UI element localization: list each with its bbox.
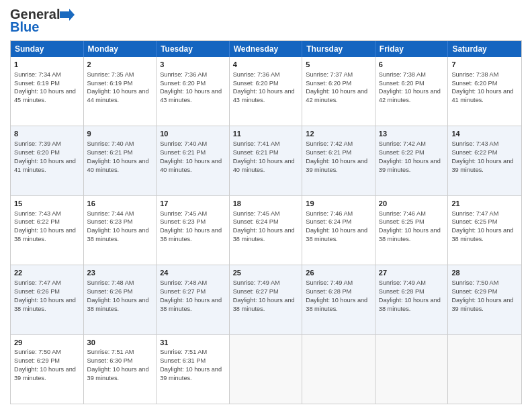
day-number: 8 xyxy=(14,129,80,139)
day-info: Sunrise: 7:48 AMSunset: 6:27 PMDaylight:… xyxy=(160,279,222,312)
day-number: 11 xyxy=(233,129,299,139)
day-number: 1 xyxy=(14,60,80,70)
calendar-day-cell: 12Sunrise: 7:42 AMSunset: 6:21 PMDayligh… xyxy=(302,126,375,195)
day-info: Sunrise: 7:49 AMSunset: 6:28 PMDaylight:… xyxy=(306,279,367,312)
calendar-day-cell: 18Sunrise: 7:45 AMSunset: 6:24 PMDayligh… xyxy=(230,196,303,265)
calendar: SundayMondayTuesdayWednesdayThursdayFrid… xyxy=(10,40,522,404)
day-number: 20 xyxy=(379,199,445,209)
calendar-day-cell: 23Sunrise: 7:48 AMSunset: 6:26 PMDayligh… xyxy=(84,265,157,334)
calendar-day-cell: 4Sunrise: 7:36 AMSunset: 6:20 PMDaylight… xyxy=(230,57,303,126)
day-info: Sunrise: 7:51 AMSunset: 6:30 PMDaylight:… xyxy=(87,349,149,381)
calendar-week-row: 1Sunrise: 7:34 AMSunset: 6:19 PMDaylight… xyxy=(11,57,521,126)
calendar-day-cell: 26Sunrise: 7:49 AMSunset: 6:28 PMDayligh… xyxy=(302,265,375,334)
calendar-day-cell: 15Sunrise: 7:43 AMSunset: 6:22 PMDayligh… xyxy=(11,196,84,265)
day-info: Sunrise: 7:41 AMSunset: 6:21 PMDaylight:… xyxy=(233,140,295,173)
calendar-day-cell: 5Sunrise: 7:37 AMSunset: 6:20 PMDaylight… xyxy=(302,57,375,126)
day-number: 13 xyxy=(379,129,445,139)
calendar-day-cell: 1Sunrise: 7:34 AMSunset: 6:19 PMDaylight… xyxy=(11,57,84,126)
calendar-day-cell: 22Sunrise: 7:47 AMSunset: 6:26 PMDayligh… xyxy=(11,265,84,334)
cal-header-day: Monday xyxy=(84,41,157,57)
day-info: Sunrise: 7:40 AMSunset: 6:21 PMDaylight:… xyxy=(160,140,222,173)
calendar-day-cell: 8Sunrise: 7:39 AMSunset: 6:20 PMDaylight… xyxy=(11,126,84,195)
cal-header-day: Friday xyxy=(375,41,449,57)
calendar-day-cell: 25Sunrise: 7:49 AMSunset: 6:27 PMDayligh… xyxy=(230,265,303,334)
day-number: 6 xyxy=(379,60,445,70)
day-number: 5 xyxy=(306,60,371,70)
day-info: Sunrise: 7:47 AMSunset: 6:26 PMDaylight:… xyxy=(14,279,76,312)
logo: General Blue xyxy=(10,7,75,35)
day-info: Sunrise: 7:46 AMSunset: 6:25 PMDaylight:… xyxy=(379,210,441,242)
day-number: 2 xyxy=(87,60,153,70)
day-number: 17 xyxy=(160,199,226,209)
calendar-day-cell: 16Sunrise: 7:44 AMSunset: 6:23 PMDayligh… xyxy=(84,196,157,265)
day-info: Sunrise: 7:45 AMSunset: 6:24 PMDaylight:… xyxy=(233,210,295,242)
day-info: Sunrise: 7:35 AMSunset: 6:19 PMDaylight:… xyxy=(87,71,149,103)
day-number: 19 xyxy=(306,199,371,209)
day-number: 16 xyxy=(87,199,153,209)
calendar-header: SundayMondayTuesdayWednesdayThursdayFrid… xyxy=(11,41,521,57)
calendar-week-row: 8Sunrise: 7:39 AMSunset: 6:20 PMDaylight… xyxy=(11,126,521,195)
calendar-day-cell: 28Sunrise: 7:50 AMSunset: 6:29 PMDayligh… xyxy=(448,265,521,334)
day-number: 23 xyxy=(87,268,153,278)
day-info: Sunrise: 7:37 AMSunset: 6:20 PMDaylight:… xyxy=(306,71,367,103)
calendar-day-cell: 21Sunrise: 7:47 AMSunset: 6:25 PMDayligh… xyxy=(448,196,521,265)
cal-header-day: Saturday xyxy=(448,41,521,57)
calendar-day-cell: 20Sunrise: 7:46 AMSunset: 6:25 PMDayligh… xyxy=(375,196,449,265)
calendar-day-cell: 14Sunrise: 7:43 AMSunset: 6:22 PMDayligh… xyxy=(448,126,521,195)
day-number: 24 xyxy=(160,268,226,278)
calendar-week-row: 22Sunrise: 7:47 AMSunset: 6:26 PMDayligh… xyxy=(11,265,521,334)
calendar-week-row: 15Sunrise: 7:43 AMSunset: 6:22 PMDayligh… xyxy=(11,196,521,265)
cal-header-day: Tuesday xyxy=(157,41,230,57)
day-info: Sunrise: 7:48 AMSunset: 6:26 PMDaylight:… xyxy=(87,279,149,312)
day-info: Sunrise: 7:50 AMSunset: 6:29 PMDaylight:… xyxy=(14,349,76,381)
calendar-day-cell xyxy=(302,335,375,404)
calendar-day-cell: 9Sunrise: 7:40 AMSunset: 6:21 PMDaylight… xyxy=(84,126,157,195)
day-info: Sunrise: 7:36 AMSunset: 6:20 PMDaylight:… xyxy=(233,71,295,103)
calendar-day-cell: 24Sunrise: 7:48 AMSunset: 6:27 PMDayligh… xyxy=(157,265,230,334)
day-info: Sunrise: 7:43 AMSunset: 6:22 PMDaylight:… xyxy=(451,140,513,173)
day-number: 12 xyxy=(306,129,371,139)
day-info: Sunrise: 7:42 AMSunset: 6:22 PMDaylight:… xyxy=(379,140,441,173)
cal-header-day: Wednesday xyxy=(230,41,303,57)
day-number: 15 xyxy=(14,199,80,209)
day-info: Sunrise: 7:47 AMSunset: 6:25 PMDaylight:… xyxy=(451,210,513,242)
calendar-day-cell: 27Sunrise: 7:49 AMSunset: 6:28 PMDayligh… xyxy=(375,265,449,334)
calendar-day-cell: 13Sunrise: 7:42 AMSunset: 6:22 PMDayligh… xyxy=(375,126,449,195)
day-number: 7 xyxy=(451,60,518,70)
calendar-day-cell: 11Sunrise: 7:41 AMSunset: 6:21 PMDayligh… xyxy=(230,126,303,195)
calendar-day-cell: 31Sunrise: 7:51 AMSunset: 6:31 PMDayligh… xyxy=(157,335,230,404)
calendar-day-cell: 7Sunrise: 7:38 AMSunset: 6:20 PMDaylight… xyxy=(448,57,521,126)
page: General Blue SundayMondayTuesdayWednesda… xyxy=(0,0,532,411)
day-number: 14 xyxy=(451,129,518,139)
day-number: 4 xyxy=(233,60,299,70)
calendar-day-cell: 10Sunrise: 7:40 AMSunset: 6:21 PMDayligh… xyxy=(157,126,230,195)
calendar-day-cell xyxy=(375,335,449,404)
day-info: Sunrise: 7:51 AMSunset: 6:31 PMDaylight:… xyxy=(160,349,222,381)
cal-header-day: Sunday xyxy=(11,41,84,57)
logo-blue-text: Blue xyxy=(10,19,39,35)
calendar-day-cell: 3Sunrise: 7:36 AMSunset: 6:20 PMDaylight… xyxy=(157,57,230,126)
day-number: 31 xyxy=(160,338,226,348)
calendar-day-cell: 19Sunrise: 7:46 AMSunset: 6:24 PMDayligh… xyxy=(302,196,375,265)
day-number: 26 xyxy=(306,268,371,278)
day-info: Sunrise: 7:39 AMSunset: 6:20 PMDaylight:… xyxy=(14,140,76,173)
calendar-day-cell: 2Sunrise: 7:35 AMSunset: 6:19 PMDaylight… xyxy=(84,57,157,126)
logo-arrow-icon xyxy=(60,9,75,21)
day-info: Sunrise: 7:38 AMSunset: 6:20 PMDaylight:… xyxy=(379,71,441,103)
day-info: Sunrise: 7:50 AMSunset: 6:29 PMDaylight:… xyxy=(451,279,513,312)
day-info: Sunrise: 7:36 AMSunset: 6:20 PMDaylight:… xyxy=(160,71,222,103)
day-info: Sunrise: 7:34 AMSunset: 6:19 PMDaylight:… xyxy=(14,71,76,103)
calendar-day-cell: 29Sunrise: 7:50 AMSunset: 6:29 PMDayligh… xyxy=(11,335,84,404)
day-info: Sunrise: 7:40 AMSunset: 6:21 PMDaylight:… xyxy=(87,140,149,173)
calendar-day-cell xyxy=(448,335,521,404)
day-info: Sunrise: 7:49 AMSunset: 6:28 PMDaylight:… xyxy=(379,279,441,312)
day-number: 18 xyxy=(233,199,299,209)
calendar-day-cell: 6Sunrise: 7:38 AMSunset: 6:20 PMDaylight… xyxy=(375,57,449,126)
calendar-week-row: 29Sunrise: 7:50 AMSunset: 6:29 PMDayligh… xyxy=(11,335,521,404)
day-number: 25 xyxy=(233,268,299,278)
day-info: Sunrise: 7:44 AMSunset: 6:23 PMDaylight:… xyxy=(87,210,149,242)
day-info: Sunrise: 7:43 AMSunset: 6:22 PMDaylight:… xyxy=(14,210,76,242)
day-number: 3 xyxy=(160,60,226,70)
day-info: Sunrise: 7:42 AMSunset: 6:21 PMDaylight:… xyxy=(306,140,367,173)
day-info: Sunrise: 7:49 AMSunset: 6:27 PMDaylight:… xyxy=(233,279,295,312)
